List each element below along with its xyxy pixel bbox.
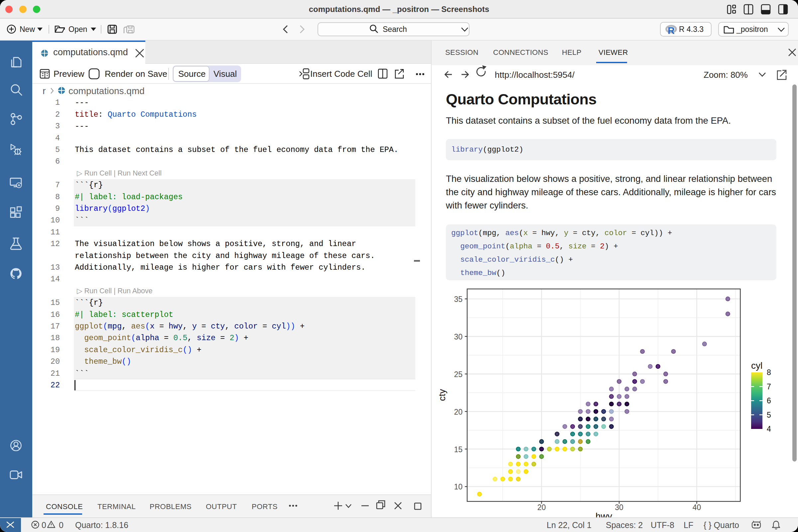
svg-text:40: 40 [692,503,701,512]
svg-text:hwy: hwy [595,511,612,517]
svg-text:4: 4 [767,424,771,433]
svg-text:8: 8 [767,368,771,377]
svg-text:10: 10 [454,482,462,491]
svg-text:20: 20 [537,503,546,512]
svg-text:15: 15 [454,445,462,454]
svg-text:5: 5 [767,411,771,419]
svg-text:25: 25 [454,370,462,379]
svg-text:cty: cty [437,389,447,401]
svg-text:30: 30 [615,503,624,512]
svg-text:7: 7 [767,382,771,391]
svg-text:35: 35 [454,295,462,304]
svg-text:6: 6 [767,396,771,405]
svg-text:20: 20 [454,407,462,416]
svg-text:30: 30 [454,332,462,341]
svg-text:cyl: cyl [751,360,762,371]
